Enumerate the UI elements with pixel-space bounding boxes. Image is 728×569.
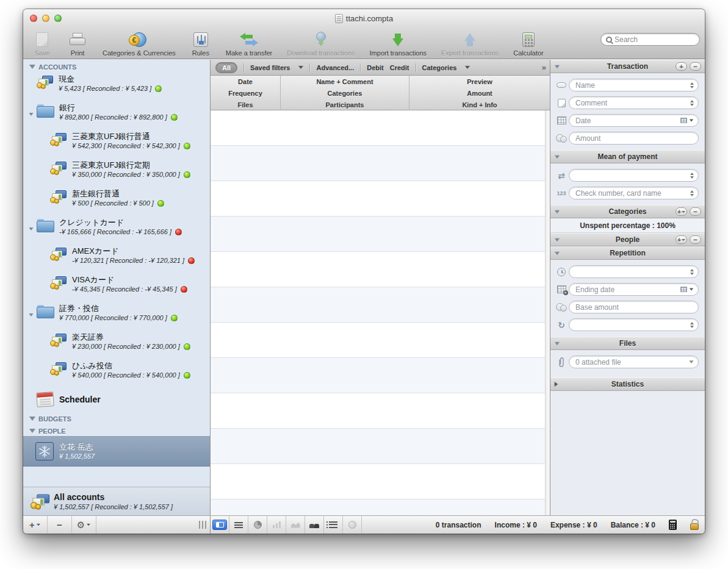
remove-transaction-button[interactable]: − (690, 62, 701, 71)
calculator-drawer-icon[interactable] (669, 520, 677, 530)
column-header-amount[interactable]: Amount (409, 87, 550, 99)
repetition-frequency-select[interactable] (569, 265, 699, 278)
sidebar-item-ufj-ordinary[interactable]: 三菱東京UFJ銀行普通 ¥ 542,300 [ Reconciled : ¥ 5… (23, 129, 210, 158)
stepper-icon[interactable] (690, 269, 694, 275)
remove-person-button[interactable]: − (690, 235, 701, 244)
calculator-button[interactable]: Calculator (513, 30, 544, 57)
expense-total: Expense : ¥ 0 (550, 521, 597, 529)
repetition-mode-select[interactable] (569, 318, 699, 331)
base-amount-field[interactable]: Base amount (569, 301, 699, 313)
debit-filter-button[interactable]: Debit (367, 64, 384, 71)
add-person-button[interactable]: + (676, 235, 687, 244)
make-transfer-button[interactable]: Make a transfer (226, 30, 272, 57)
save-button[interactable]: Save (32, 30, 52, 57)
payment-mean-select[interactable] (569, 169, 699, 182)
files-section-header[interactable]: Files (550, 337, 705, 350)
folder-disclosure-icon[interactable] (29, 313, 34, 317)
people-disclosure-icon (29, 429, 35, 433)
sidebar-item-shinsei[interactable]: 新生銀行普通 ¥ 500 [ Reconciled : ¥ 500 ] (23, 187, 210, 215)
accounts-section-header[interactable]: ACCOUNTS (23, 60, 210, 72)
column-header-name-comment[interactable]: Name + Comment (281, 76, 409, 87)
download-transactions-button[interactable]: Download transactions (287, 30, 355, 57)
title-bar[interactable]: ttachi.compta (23, 9, 705, 27)
view-schedule-button[interactable] (324, 516, 343, 534)
advanced-filter-button[interactable]: Advanced... (316, 64, 354, 71)
sidebar-item-hifumi[interactable]: ひふみ投信 ¥ 540,000 [ Reconciled : ¥ 540,000… (23, 359, 210, 387)
check-number-field[interactable]: Check number, card name (569, 187, 699, 199)
categories-section-header[interactable]: Categories + − (550, 205, 705, 218)
vertical-scrollbar[interactable] (545, 110, 550, 515)
rules-button[interactable]: Rules (190, 30, 211, 57)
saved-filters-dropdown[interactable]: Saved filters (250, 64, 303, 71)
stepper-icon[interactable] (690, 100, 694, 106)
sidebar-item-cash[interactable]: 現金 ¥ 5,423 [ Reconciled : ¥ 5,423 ] (23, 72, 210, 101)
date-picker-button[interactable] (680, 287, 694, 292)
gear-icon[interactable]: ⚙ (72, 516, 96, 534)
ending-date-field[interactable]: Ending date (569, 283, 699, 296)
date-picker-button[interactable] (680, 118, 694, 123)
folder-disclosure-icon[interactable] (29, 113, 34, 116)
column-header-frequency[interactable]: Frequency (211, 87, 281, 99)
files-fields: 0 attached file (550, 350, 705, 374)
remove-category-button[interactable]: − (690, 207, 701, 216)
all-accounts-summary[interactable]: All accounts ¥ 1,502,557 [ Reconciled : … (23, 487, 210, 515)
paperclip-icon (554, 357, 569, 368)
transaction-comment-field[interactable]: Comment (569, 96, 699, 109)
unlock-icon[interactable] (690, 523, 699, 530)
transaction-section-header[interactable]: Transaction + − (550, 60, 705, 73)
categories-filter-dropdown[interactable]: Categories (422, 64, 470, 71)
credit-filter-button[interactable]: Credit (390, 64, 409, 71)
column-header-date[interactable]: Date (211, 76, 281, 87)
transfer-arrows-icon (240, 32, 258, 47)
overflow-chevrons[interactable]: » (542, 63, 545, 72)
export-arrow-icon (464, 33, 475, 41)
filter-all-button[interactable]: All (215, 62, 237, 73)
transaction-date-field[interactable]: Date (569, 114, 699, 127)
view-web-button[interactable] (343, 516, 362, 534)
stepper-icon[interactable] (690, 190, 694, 196)
add-category-button[interactable]: + (676, 207, 687, 216)
sidebar-item-credit-cards-group[interactable]: クレジットカード -¥ 165,666 [ Reconciled : -¥ 16… (23, 215, 210, 244)
budgets-section-header[interactable]: BUDGETS (23, 412, 210, 424)
view-pie-button[interactable] (248, 516, 267, 534)
sidebar-item-securities-group[interactable]: 証券・投信 ¥ 770,000 [ Reconciled : ¥ 770,000… (23, 301, 210, 330)
sidebar-item-person-selected[interactable]: 立花 岳志 ¥ 1,502,557 (23, 436, 210, 467)
import-transactions-button[interactable]: Import transactions (370, 30, 427, 57)
export-transactions-button[interactable]: Export transactions (441, 30, 499, 57)
add-transaction-button[interactable]: + (676, 62, 687, 71)
transaction-amount-field[interactable]: Amount (569, 132, 699, 145)
view-bars-button[interactable] (267, 516, 286, 534)
folder-disclosure-icon[interactable] (29, 227, 34, 231)
print-button[interactable]: Print (67, 30, 88, 57)
add-account-button[interactable]: + (23, 516, 48, 534)
repetition-section-header[interactable]: Repetition (550, 246, 705, 260)
remove-account-button[interactable]: − (48, 516, 72, 534)
column-header-participants[interactable]: Participants (281, 99, 409, 110)
stepper-icon[interactable] (690, 322, 694, 328)
sidebar-item-bank-group[interactable]: 銀行 ¥ 892,800 [ Reconciled : ¥ 892,800 ] (23, 101, 210, 129)
sidebar-item-ufj-fixed[interactable]: 三菱東京UFJ銀行定期 ¥ 350,000 [ Reconciled : ¥ 3… (23, 158, 210, 187)
sidebar-item-rakuten[interactable]: 楽天証券 ¥ 230,000 [ Reconciled : ¥ 230,000 … (23, 330, 210, 359)
splitter-grip[interactable] (199, 521, 206, 529)
column-header-kind-info[interactable]: Kind + Info (409, 99, 550, 110)
people-section-header[interactable]: PEOPLE (23, 424, 210, 436)
column-header-preview[interactable]: Preview (409, 76, 550, 87)
payment-section-header[interactable]: Mean of payment (550, 150, 705, 163)
view-area-button[interactable] (286, 516, 305, 534)
view-columns-button[interactable] (211, 516, 229, 534)
sidebar-item-scheduler[interactable]: Scheduler (23, 387, 210, 412)
search-input[interactable]: Search (600, 33, 700, 46)
people-section-header-inspector[interactable]: People + − (550, 233, 705, 246)
view-list-button[interactable] (229, 516, 248, 534)
stepper-icon[interactable] (690, 173, 694, 179)
column-header-categories[interactable]: Categories (281, 87, 409, 99)
statistics-section-header[interactable]: Statistics (550, 378, 705, 391)
transaction-name-field[interactable]: Name (569, 79, 699, 91)
view-people-button[interactable] (305, 516, 324, 534)
attached-files-dropdown[interactable]: 0 attached file (569, 356, 699, 368)
sidebar-item-amex[interactable]: AMEXカード -¥ 120,321 [ Reconciled : -¥ 120… (23, 244, 210, 273)
categories-currencies-button[interactable]: € Categories & Currencies (103, 30, 176, 57)
stepper-icon[interactable] (690, 82, 694, 88)
sidebar-item-visa[interactable]: VISAカード -¥ 45,345 [ Reconciled : -¥ 45,3… (23, 273, 210, 301)
column-header-files[interactable]: Files (211, 99, 281, 110)
